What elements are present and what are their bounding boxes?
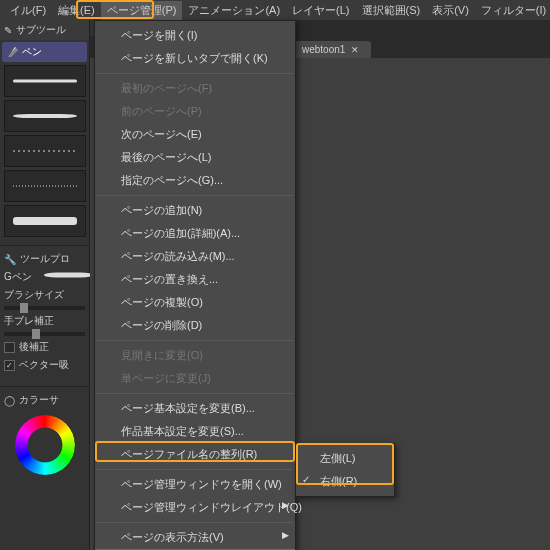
- menu-view[interactable]: 表示(V): [426, 1, 475, 20]
- menu-selection[interactable]: 選択範囲(S): [356, 1, 427, 20]
- brushsize-label: ブラシサイズ: [4, 288, 64, 302]
- menu-display-method[interactable]: ページの表示方法(V)▶: [95, 526, 295, 549]
- pen-label: ペン: [22, 45, 42, 59]
- menu-to-spread: 見開きに変更(O): [95, 344, 295, 367]
- webtoon-fold-submenu: 左側(L) ✓右側(R): [295, 443, 395, 497]
- chevron-right-icon: ▶: [282, 500, 289, 510]
- menu-page-basic[interactable]: ページ基本設定を変更(B)...: [95, 397, 295, 420]
- menu-first-page: 最初のページへ(F): [95, 77, 295, 100]
- brush-icon: ✎: [4, 25, 12, 36]
- menu-delete-page[interactable]: ページの削除(D): [95, 314, 295, 337]
- page-menu-dropdown: ページを開く(I) ページを新しいタブで開く(K) 最初のページへ(F) 前のペ…: [94, 20, 296, 550]
- menu-add-page-detail[interactable]: ページの追加(詳細)(A)...: [95, 222, 295, 245]
- menu-separator: [97, 393, 293, 394]
- palette-icon: ◯: [4, 395, 15, 406]
- menu-open-manager[interactable]: ページ管理ウィンドウを開く(W): [95, 473, 295, 496]
- document-tab[interactable]: webtoon1 ✕: [290, 41, 371, 58]
- menu-add-page[interactable]: ページの追加(N): [95, 199, 295, 222]
- stabilize-label: 手ブレ補正: [4, 314, 54, 328]
- subtool-panel-title: ✎ サブツール: [0, 20, 89, 40]
- gpen-label: Gペン: [4, 270, 32, 284]
- vectorsnap-label: ベクター吸: [19, 358, 69, 372]
- menu-open-page[interactable]: ページを開く(I): [95, 24, 295, 47]
- toolprop-title: ツールプロ: [20, 252, 70, 266]
- menu-manager-layout[interactable]: ページ管理ウィンドウレイアウト(Q)▶: [95, 496, 295, 519]
- color-panel: ◯カラーサ: [0, 386, 89, 485]
- wrench-icon: 🔧: [4, 254, 16, 265]
- brush-preview-3[interactable]: [4, 135, 86, 167]
- postcorrect-checkbox[interactable]: [4, 342, 15, 353]
- menubar: イル(F) 編集(E) ページ管理(P) アニメーション(A) レイヤー(L) …: [0, 0, 550, 20]
- menu-separator: [97, 340, 293, 341]
- menu-separator: [97, 522, 293, 523]
- menu-separator: [97, 195, 293, 196]
- menu-open-new-tab[interactable]: ページを新しいタブで開く(K): [95, 47, 295, 70]
- brush-preview-5[interactable]: [4, 205, 86, 237]
- menu-to-single: 単ページに変更(J): [95, 367, 295, 390]
- subtool-label: サブツール: [16, 23, 66, 37]
- pen-tool-tab[interactable]: ペン: [2, 42, 87, 62]
- menu-edit[interactable]: 編集(E): [52, 1, 101, 20]
- brush-preview-1[interactable]: [4, 65, 86, 97]
- menu-separator: [97, 469, 293, 470]
- submenu-right[interactable]: ✓右側(R): [296, 470, 394, 493]
- menu-file-rename[interactable]: ページファイル名の整列(R): [95, 443, 295, 466]
- menu-layer[interactable]: レイヤー(L): [286, 1, 355, 20]
- menu-filter[interactable]: フィルター(I): [475, 1, 550, 20]
- menu-animation[interactable]: アニメーション(A): [182, 1, 286, 20]
- color-wheel[interactable]: [15, 415, 75, 475]
- brush-preview-4[interactable]: [4, 170, 86, 202]
- menu-page[interactable]: ページ管理(P): [101, 1, 183, 20]
- tool-properties: 🔧ツールプロ Gペン ブラシサイズ 手ブレ補正 後補正 ベクター吸: [0, 245, 89, 378]
- pen-icon: [8, 47, 18, 57]
- menu-separator: [97, 73, 293, 74]
- menu-duplicate-page[interactable]: ページの複製(O): [95, 291, 295, 314]
- postcorrect-label: 後補正: [19, 340, 49, 354]
- menu-file[interactable]: イル(F): [4, 1, 52, 20]
- gpen-row[interactable]: Gペン: [4, 268, 85, 286]
- left-panel: ✎ サブツール ペン 🔧ツールプロ Gペン ブラシサイズ 手ブレ補正 後補正 ベ…: [0, 20, 90, 550]
- brush-preview-2[interactable]: [4, 100, 86, 132]
- menu-import-page[interactable]: ページの読み込み(M)...: [95, 245, 295, 268]
- chevron-right-icon: ▶: [282, 530, 289, 540]
- tab-title: webtoon1: [302, 44, 345, 55]
- menu-goto-page[interactable]: 指定のページへ(G)...: [95, 169, 295, 192]
- stabilize-slider[interactable]: [4, 332, 85, 336]
- menu-replace-page[interactable]: ページの置き換え...: [95, 268, 295, 291]
- menu-prev-page: 前のページへ(P): [95, 100, 295, 123]
- brushsize-slider[interactable]: [4, 306, 85, 310]
- vectorsnap-checkbox[interactable]: [4, 360, 15, 371]
- menu-work-basic[interactable]: 作品基本設定を変更(S)...: [95, 420, 295, 443]
- color-title: カラーサ: [19, 393, 59, 407]
- submenu-left[interactable]: 左側(L): [296, 447, 394, 470]
- close-icon[interactable]: ✕: [351, 45, 359, 55]
- menu-next-page[interactable]: 次のページへ(E): [95, 123, 295, 146]
- check-icon: ✓: [302, 474, 310, 485]
- menu-last-page[interactable]: 最後のページへ(L): [95, 146, 295, 169]
